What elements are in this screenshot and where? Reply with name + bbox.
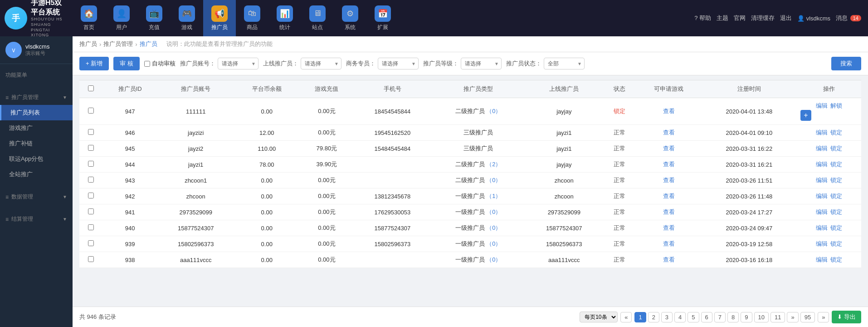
page-button-3[interactable]: 3: [661, 312, 673, 322]
page-button-6[interactable]: 6: [701, 312, 712, 322]
promoter-account-select[interactable]: 请选择: [218, 58, 258, 69]
row-checkbox[interactable]: [88, 145, 94, 151]
add-col-button[interactable]: +: [800, 110, 811, 121]
op-link-编辑[interactable]: 编辑: [816, 129, 828, 136]
theme-link[interactable]: 主题: [717, 14, 728, 22]
game-view-link[interactable]: 查看: [663, 208, 675, 215]
nav-item-系统[interactable]: ⚙系统: [334, 0, 366, 36]
page-button-5[interactable]: 5: [688, 312, 699, 322]
page-button-1[interactable]: 1: [634, 312, 646, 322]
op-link-编辑[interactable]: 编辑: [816, 145, 828, 152]
row-checkbox[interactable]: [88, 108, 94, 114]
op-link-编辑[interactable]: 编辑: [816, 256, 828, 263]
online-promoter-select[interactable]: 请选择: [301, 58, 341, 69]
business-expert-select[interactable]: 请选择: [378, 58, 419, 69]
op-link-编辑[interactable]: 编辑: [816, 161, 828, 168]
page-size-select[interactable]: 每页10条: [580, 312, 618, 322]
op-link-编辑[interactable]: 编辑: [816, 177, 828, 183]
help-link[interactable]: ? 帮助: [694, 14, 711, 22]
nav-item-充值[interactable]: 📺充值: [138, 0, 171, 36]
game-view-link[interactable]: 查看: [663, 256, 675, 263]
type-count-link[interactable]: （0）: [486, 177, 501, 183]
row-checkbox[interactable]: [88, 224, 94, 230]
audit-button[interactable]: 审 核: [113, 57, 140, 70]
row-checkbox[interactable]: [88, 161, 94, 167]
page-button-7[interactable]: 7: [714, 312, 726, 322]
messages-link[interactable]: 消息 14: [836, 14, 861, 22]
game-view-link[interactable]: 查看: [663, 145, 675, 152]
nav-item-首页[interactable]: 🏠首页: [73, 0, 105, 36]
op-link-编辑[interactable]: 编辑: [816, 208, 828, 215]
op-link-锁定[interactable]: 锁定: [830, 256, 842, 263]
type-count-link[interactable]: （0）: [486, 256, 501, 263]
page-button-4[interactable]: 4: [674, 312, 686, 322]
op-link-锁定[interactable]: 锁定: [830, 240, 842, 247]
sidebar-item-全站推广[interactable]: 全站推广: [0, 167, 73, 182]
type-count-link[interactable]: （0）: [486, 208, 501, 215]
sidebar-item-推广补链[interactable]: 推广补链: [0, 136, 73, 151]
auto-audit-checkbox-label[interactable]: 自动审核: [144, 59, 176, 68]
op-link-锁定[interactable]: 锁定: [830, 193, 842, 199]
select-all-checkbox[interactable]: [88, 85, 94, 91]
sidebar-section-label[interactable]: ≡ 推广员管理 ▼: [0, 90, 73, 105]
row-checkbox[interactable]: [88, 208, 94, 214]
row-checkbox[interactable]: [88, 256, 94, 262]
page-ellipsis[interactable]: »: [787, 312, 798, 322]
auto-audit-checkbox[interactable]: [144, 61, 150, 67]
type-count-link[interactable]: （0）: [486, 108, 501, 114]
row-checkbox[interactable]: [88, 240, 94, 246]
nav-item-站点[interactable]: 🖥站点: [301, 0, 334, 36]
nav-item-商品[interactable]: 🛍商品: [236, 0, 268, 36]
game-view-link[interactable]: 查看: [663, 108, 675, 114]
op-link-编辑[interactable]: 编辑: [816, 193, 828, 199]
op-link-锁定[interactable]: 锁定: [830, 145, 842, 152]
website-link[interactable]: 官网: [734, 14, 746, 22]
search-button[interactable]: 搜索: [831, 57, 861, 70]
row-checkbox[interactable]: [88, 193, 94, 198]
nav-item-游戏[interactable]: 🎮游戏: [171, 0, 203, 36]
prev-page-button[interactable]: «: [620, 312, 632, 322]
op-link-锁定[interactable]: 锁定: [830, 208, 842, 215]
game-view-link[interactable]: 查看: [663, 161, 675, 168]
op-link-锁定[interactable]: 锁定: [830, 161, 842, 168]
game-view-link[interactable]: 查看: [663, 177, 675, 183]
promoter-level-select[interactable]: 请选择: [461, 58, 502, 69]
op-link-锁定[interactable]: 锁定: [830, 129, 842, 136]
op-link-编辑[interactable]: 编辑: [816, 102, 828, 109]
add-button[interactable]: + 新增: [79, 57, 109, 70]
next-page-button[interactable]: »: [818, 312, 829, 322]
type-count-link[interactable]: （2）: [486, 161, 501, 168]
op-link-锁定[interactable]: 锁定: [830, 224, 842, 231]
page-button-8[interactable]: 8: [727, 312, 739, 322]
sidebar-section-label[interactable]: ≡ 数据管理 ▼: [0, 189, 73, 204]
nav-item-推广员[interactable]: 📢推广员: [203, 0, 236, 36]
sidebar-section-label[interactable]: ≡ 结算管理 ▼: [0, 212, 73, 227]
nav-item-统计[interactable]: 📊统计: [268, 0, 301, 36]
page-button-10[interactable]: 10: [754, 312, 769, 322]
type-count-link[interactable]: （0）: [486, 224, 501, 231]
game-view-link[interactable]: 查看: [663, 240, 675, 247]
row-checkbox[interactable]: [88, 129, 94, 135]
sidebar-item-推广员列表[interactable]: 推广员列表: [0, 105, 73, 120]
op-link-锁定[interactable]: 锁定: [830, 177, 842, 183]
row-checkbox[interactable]: [88, 177, 94, 183]
sidebar-item-游戏推广[interactable]: 游戏推广: [0, 120, 73, 136]
export-button[interactable]: ⬇ 导出: [832, 311, 861, 323]
sidebar-menu-label[interactable]: 功能菜单: [0, 68, 73, 83]
page-button-95[interactable]: 95: [800, 312, 815, 322]
sidebar-item-联运App分包[interactable]: 联运App分包: [0, 151, 73, 167]
page-button-11[interactable]: 11: [770, 312, 785, 322]
game-view-link[interactable]: 查看: [663, 129, 675, 136]
type-count-link[interactable]: （0）: [486, 240, 501, 247]
type-count-link[interactable]: （1）: [486, 193, 501, 199]
nav-item-扩展[interactable]: 📅扩展: [366, 0, 399, 36]
op-link-解锁[interactable]: 解锁: [830, 102, 842, 109]
promoter-status-select[interactable]: 全部 正常 锁定: [544, 58, 585, 69]
clear-cache-link[interactable]: 清理缓存: [751, 14, 775, 22]
op-link-编辑[interactable]: 编辑: [816, 224, 828, 231]
op-link-编辑[interactable]: 编辑: [816, 240, 828, 247]
page-button-2[interactable]: 2: [648, 312, 659, 322]
game-view-link[interactable]: 查看: [663, 224, 675, 231]
game-view-link[interactable]: 查看: [663, 193, 675, 199]
logout-link[interactable]: 退出: [780, 14, 792, 22]
